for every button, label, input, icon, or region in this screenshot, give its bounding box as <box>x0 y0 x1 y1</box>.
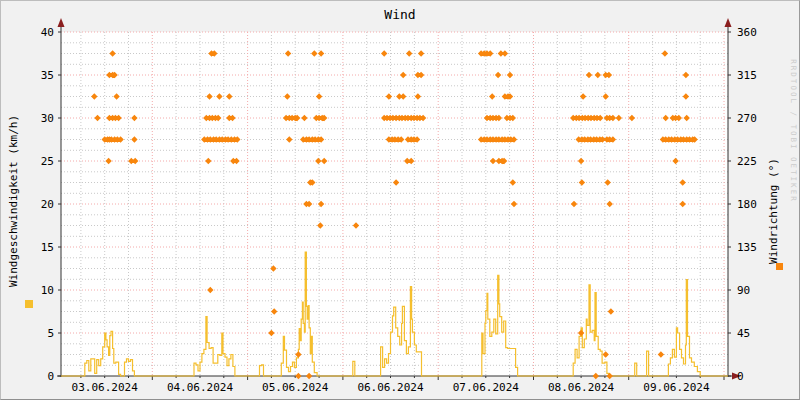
left-axis-tick-label: 10 <box>41 284 54 297</box>
right-axis-tick-label: 180 <box>737 198 757 211</box>
right-axis-tick-label: 90 <box>737 284 750 297</box>
wind-chart-frame: Wind Windgeschwindigkeit (km/h) Windrich… <box>0 0 800 400</box>
left-axis-tick-label: 0 <box>47 370 54 383</box>
right-axis-tick-label: 315 <box>737 69 757 82</box>
right-axis-tick-label: 45 <box>737 327 750 340</box>
x-axis-date-label: 03.06.2024 <box>72 381 139 394</box>
left-axis-tick-label: 20 <box>41 198 54 211</box>
left-axis-tick-label: 15 <box>41 241 54 254</box>
left-axis-tick-label: 35 <box>41 69 54 82</box>
left-axis-tick-label: 40 <box>41 26 54 39</box>
x-axis-date-label: 06.06.2024 <box>357 381 424 394</box>
right-axis-tick-label: 135 <box>737 241 757 254</box>
x-axis-date-label: 04.06.2024 <box>167 381 234 394</box>
right-axis-tick-label: 270 <box>737 112 757 125</box>
right-axis-tick-label: 0 <box>737 370 744 383</box>
right-axis-tick-label: 360 <box>737 26 757 39</box>
left-axis-tick-label: 25 <box>41 155 54 168</box>
x-axis-date-label: 08.06.2024 <box>548 381 615 394</box>
x-axis-date-label: 05.06.2024 <box>262 381 329 394</box>
x-axis-date-label: 09.06.2024 <box>643 381 710 394</box>
wind-chart-plot: 0510152025303540045901351802252703153600… <box>1 1 800 400</box>
x-axis-date-label: 07.06.2024 <box>453 381 520 394</box>
left-axis-tick-label: 30 <box>41 112 54 125</box>
left-axis-tick-label: 5 <box>47 327 54 340</box>
right-axis-tick-label: 225 <box>737 155 757 168</box>
